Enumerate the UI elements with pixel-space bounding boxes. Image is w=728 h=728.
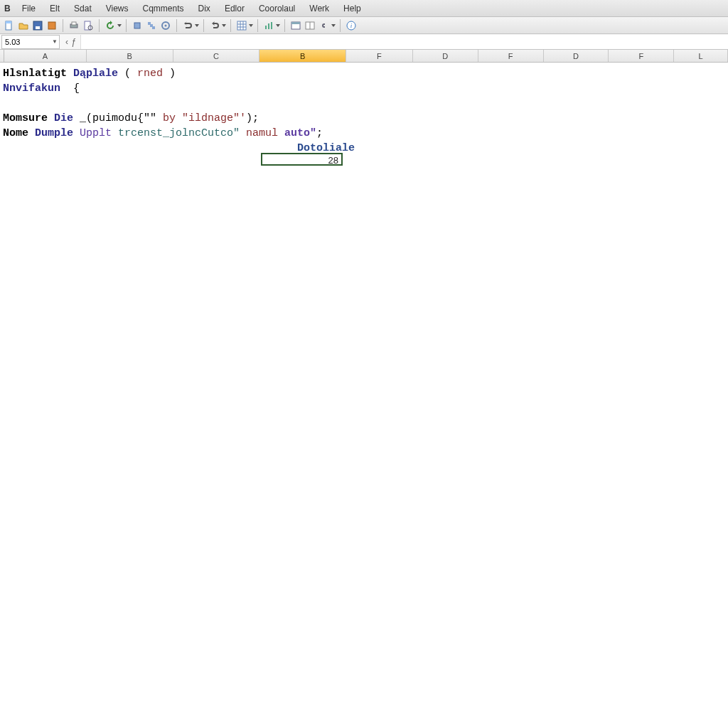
svg-rect-1 [6, 21, 11, 23]
svg-rect-12 [152, 26, 155, 29]
code-token: _(puimodu{"" [73, 112, 156, 124]
svg-rect-22 [271, 22, 272, 29]
form-icon[interactable] [289, 19, 302, 32]
chevron-down-icon [331, 23, 336, 28]
col-header[interactable]: B [87, 50, 173, 62]
fx-cancel[interactable]: ‹ [65, 37, 68, 47]
grid-icon[interactable] [235, 19, 248, 32]
col-header[interactable]: F [346, 50, 413, 62]
code-token: ; [316, 127, 323, 139]
link-icon[interactable] [318, 19, 331, 32]
menu-coorolaul[interactable]: Coorolaul [252, 1, 302, 16]
code-token: Nome [3, 127, 28, 139]
menu-bar: B File Elt Sdat Views Cqmments Dix Edlor… [0, 0, 728, 17]
print-icon[interactable] [68, 19, 80, 32]
menu-work[interactable]: Werk [302, 1, 336, 16]
svg-rect-3 [36, 26, 40, 29]
svg-rect-6 [72, 22, 76, 25]
code-token: trcenst_jolncCutco" [112, 127, 240, 139]
redo-icon[interactable] [208, 19, 221, 32]
code-token: Nnvifakun [3, 82, 60, 95]
copy-icon[interactable] [145, 19, 158, 32]
print-preview-icon[interactable] [82, 19, 95, 32]
code-token: Die [48, 112, 73, 124]
open-doc-icon[interactable] [17, 19, 30, 32]
col-header-selected[interactable]: B [259, 50, 346, 62]
toolbar-separator [284, 19, 285, 32]
column-headers: A B C B F D F D F L [0, 50, 728, 63]
toolbar-separator [203, 19, 204, 32]
menu-editor[interactable]: Edlor [218, 1, 252, 16]
menu-view[interactable]: Views [99, 1, 136, 16]
code-token: Dąplale [73, 68, 118, 80]
paste-icon[interactable] [159, 19, 172, 32]
code-token: Momsure [3, 112, 48, 124]
svg-rect-21 [268, 23, 269, 29]
link-dropdown[interactable] [318, 19, 336, 32]
name-box[interactable]: 5.03 ▼ [1, 35, 60, 49]
menu-help[interactable]: Help [336, 1, 368, 16]
app-menu[interactable]: B [3, 1, 15, 16]
col-header[interactable]: D [544, 50, 609, 62]
code-token: ) [163, 68, 176, 80]
grid-dropdown[interactable] [235, 19, 253, 32]
refresh-dropdown[interactable] [104, 19, 122, 32]
table-icon[interactable] [304, 19, 316, 32]
toolbar-separator [340, 19, 341, 32]
svg-rect-24 [291, 22, 300, 24]
redo-dropdown[interactable] [208, 19, 226, 32]
sheet-body[interactable]: Hlsnlatigt Dąplale ( rned ) Nnvifakun { … [0, 63, 728, 728]
toolbar-separator [257, 19, 258, 32]
toolbar-separator [99, 19, 100, 32]
info-icon[interactable]: i [345, 19, 358, 32]
code-token: namul [240, 127, 278, 139]
col-header[interactable]: F [478, 50, 544, 62]
code-token: { [60, 82, 80, 95]
new-doc-icon[interactable] [3, 19, 16, 32]
col-header[interactable]: F [609, 50, 674, 62]
svg-rect-20 [265, 26, 267, 29]
chevron-down-icon [249, 23, 253, 28]
fx-label[interactable]: ƒ [71, 37, 76, 47]
formula-bar-row: 5.03 ▼ ‹ ƒ [0, 34, 728, 50]
save-icon[interactable] [31, 19, 44, 32]
chevron-down-icon [276, 23, 280, 28]
menu-dix[interactable]: Dix [191, 1, 218, 16]
svg-rect-15 [237, 21, 246, 30]
col-header[interactable]: D [413, 50, 478, 62]
col-header[interactable]: C [173, 50, 260, 62]
menu-file[interactable]: File [15, 1, 43, 16]
chevron-down-icon [117, 23, 122, 28]
cut-icon[interactable] [131, 19, 144, 32]
toolbar-separator [176, 19, 177, 32]
svg-rect-4 [48, 22, 55, 29]
toolbar-separator [126, 19, 127, 32]
menu-data[interactable]: Sdat [67, 1, 99, 16]
code-token: Hlsnlatigt [3, 68, 67, 80]
name-box-value: 5.03 [5, 38, 20, 46]
menu-edit[interactable]: Elt [43, 1, 67, 16]
col-header[interactable]: L [674, 50, 728, 62]
code-overlay: Hlsnlatigt Dąplale ( rned ) Nnvifakun { … [3, 66, 355, 156]
code-token: by [156, 112, 176, 124]
refresh-icon[interactable] [104, 19, 117, 32]
toolbar: i [0, 17, 728, 34]
chart-icon[interactable] [262, 19, 275, 32]
code-token: Dumple [28, 127, 73, 139]
active-cell[interactable]: 28 [261, 153, 343, 166]
menu-comments[interactable]: Cqmments [136, 1, 191, 16]
chevron-down-icon[interactable]: ▼ [52, 38, 58, 45]
code-token: rned [137, 68, 163, 80]
chevron-down-icon [222, 23, 226, 28]
fx-controls: ‹ ƒ [61, 37, 80, 47]
chart-dropdown[interactable] [262, 19, 280, 32]
col-header[interactable]: A [4, 50, 87, 62]
code-token: ( [118, 68, 137, 80]
code-token: "ildnage"' [176, 112, 246, 124]
undo-icon[interactable] [181, 19, 194, 32]
undo-dropdown[interactable] [181, 19, 199, 32]
formula-input[interactable] [80, 35, 728, 49]
export-icon[interactable] [46, 19, 58, 32]
code-token: Upplt [73, 127, 112, 139]
toolbar-separator [63, 19, 63, 32]
